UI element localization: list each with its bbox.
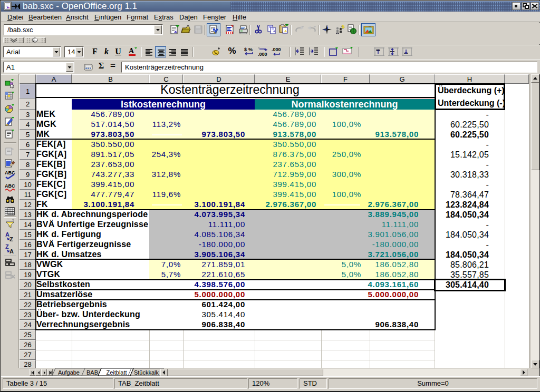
- svg-text:A: A: [129, 47, 134, 55]
- svg-text:Z: Z: [9, 236, 13, 242]
- svg-text:ABC: ABC: [5, 183, 15, 189]
- svg-text:.000: .000: [258, 52, 267, 57]
- svg-text:A: A: [9, 248, 14, 254]
- svg-text:Z: Z: [5, 243, 9, 250]
- svg-text:.000: .000: [272, 47, 281, 52]
- svg-text:%: %: [248, 47, 253, 52]
- svg-text:A: A: [5, 231, 9, 238]
- svg-text:$: $: [244, 47, 247, 52]
